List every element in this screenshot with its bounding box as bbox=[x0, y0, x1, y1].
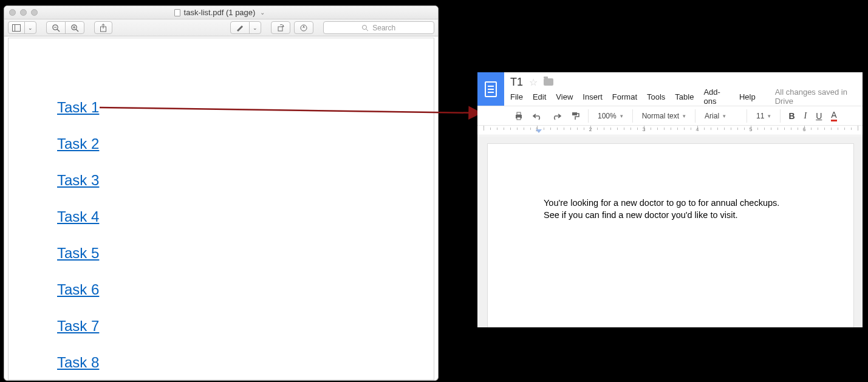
svg-rect-0 bbox=[13, 24, 21, 31]
ruler-number: 5 bbox=[749, 126, 752, 132]
pdf-page: Task 1 Task 2 Task 3 Task 4 Task 5 Task … bbox=[8, 38, 434, 380]
text-color-glyph: A bbox=[831, 111, 836, 121]
document-body-line-2: See if you can find a new doctor you'd l… bbox=[544, 210, 798, 222]
paragraph-style-value: Normal text bbox=[642, 112, 679, 120]
menu-view[interactable]: View bbox=[556, 92, 573, 101]
gdocs-window: T1 ☆ File Edit View Insert Format Tools … bbox=[477, 72, 863, 327]
task-link-3[interactable]: Task 3 bbox=[57, 172, 99, 189]
italic-button[interactable]: I bbox=[801, 109, 811, 123]
menu-help[interactable]: Help bbox=[739, 92, 756, 101]
svg-rect-17 bbox=[517, 112, 521, 115]
search-icon bbox=[361, 24, 369, 32]
preview-toolbar: ⌄ ⌄ Search bbox=[4, 19, 438, 36]
zoom-out-button[interactable] bbox=[46, 21, 66, 34]
zoom-window-button[interactable] bbox=[31, 9, 38, 16]
task-link-1[interactable]: Task 1 bbox=[57, 99, 99, 116]
undo-button[interactable] bbox=[529, 109, 546, 123]
sidebar-toggle-button[interactable] bbox=[8, 21, 25, 34]
preview-titlebar: task-list.pdf (1 page) ⌄ bbox=[4, 6, 438, 19]
zoom-select[interactable]: 100%▾ bbox=[593, 109, 628, 123]
task-link-2[interactable]: Task 2 bbox=[57, 135, 99, 152]
ruler-number: 6 bbox=[802, 126, 805, 132]
ruler-number: 3 bbox=[642, 126, 645, 132]
gdocs-ruler[interactable]: 123456 bbox=[477, 126, 863, 135]
docs-icon bbox=[485, 81, 497, 97]
markup-pen-menu-button[interactable]: ⌄ bbox=[249, 21, 261, 34]
menu-format[interactable]: Format bbox=[612, 92, 637, 101]
svg-rect-11 bbox=[278, 27, 282, 31]
zoom-in-button[interactable] bbox=[65, 21, 84, 34]
svg-rect-18 bbox=[517, 117, 521, 120]
svg-line-6 bbox=[76, 29, 78, 32]
zoom-value: 100% bbox=[598, 112, 617, 120]
task-link-list: Task 1 Task 2 Task 3 Task 4 Task 5 Task … bbox=[9, 38, 434, 371]
font-size-value: 11 bbox=[756, 112, 764, 120]
window-controls bbox=[4, 9, 38, 16]
task-link-6[interactable]: Task 6 bbox=[57, 281, 99, 298]
font-family-value: Arial bbox=[705, 112, 719, 120]
svg-point-13 bbox=[363, 25, 367, 29]
preview-window: task-list.pdf (1 page) ⌄ ⌄ ⌄ bbox=[4, 5, 439, 381]
gdocs-logo[interactable] bbox=[477, 72, 504, 106]
ruler-number: 2 bbox=[589, 126, 592, 132]
document-body-line-1: You're looking for a new doctor to go to… bbox=[544, 197, 798, 210]
title-dropdown-icon[interactable]: ⌄ bbox=[260, 9, 265, 16]
gdocs-toolbar: 100%▾ Normal text▾ Arial▾ 11▾ B I U A bbox=[477, 106, 863, 126]
font-family-select[interactable]: Arial▾ bbox=[700, 109, 742, 123]
paint-format-button[interactable] bbox=[567, 109, 584, 123]
rotate-button[interactable] bbox=[271, 21, 290, 34]
document-icon bbox=[174, 9, 180, 16]
task-link-8[interactable]: Task 8 bbox=[57, 354, 99, 371]
svg-line-14 bbox=[366, 29, 368, 31]
gdocs-menu-bar: File Edit View Insert Format Tools Table… bbox=[504, 89, 863, 104]
chevron-down-icon: ▾ bbox=[683, 113, 686, 119]
print-button[interactable] bbox=[510, 109, 527, 123]
chevron-down-icon: ▾ bbox=[768, 113, 771, 119]
menu-edit[interactable]: Edit bbox=[533, 92, 546, 101]
ruler-number: 4 bbox=[695, 126, 699, 132]
gdocs-header: T1 ☆ File Edit View Insert Format Tools … bbox=[477, 72, 863, 106]
preview-search-input[interactable]: Search bbox=[323, 21, 435, 34]
text-color-button[interactable]: A bbox=[827, 109, 840, 123]
task-link-7[interactable]: Task 7 bbox=[57, 318, 99, 335]
paragraph-style-select[interactable]: Normal text▾ bbox=[637, 109, 691, 123]
font-size-select[interactable]: 11▾ bbox=[751, 109, 776, 123]
chevron-down-icon: ▾ bbox=[620, 113, 623, 119]
svg-rect-19 bbox=[572, 112, 577, 115]
task-link-5[interactable]: Task 5 bbox=[57, 245, 99, 262]
sidebar-menu-button[interactable]: ⌄ bbox=[24, 21, 36, 34]
markup-toolbar-button[interactable] bbox=[294, 21, 313, 34]
minimize-window-button[interactable] bbox=[20, 9, 27, 16]
window-title-wrap: task-list.pdf (1 page) ⌄ bbox=[38, 8, 402, 17]
close-window-button[interactable] bbox=[9, 9, 16, 16]
gdocs-canvas: You're looking for a new doctor to go to… bbox=[477, 136, 863, 327]
markup-pen-button[interactable] bbox=[230, 21, 250, 34]
window-title: task-list.pdf (1 page) bbox=[184, 8, 256, 17]
task-link-4[interactable]: Task 4 bbox=[57, 208, 99, 225]
star-icon[interactable]: ☆ bbox=[529, 77, 538, 88]
share-button[interactable] bbox=[94, 21, 112, 34]
menu-insert[interactable]: Insert bbox=[583, 92, 603, 101]
menu-tools[interactable]: Tools bbox=[647, 92, 665, 101]
chevron-down-icon: ▾ bbox=[723, 113, 726, 119]
menu-file[interactable]: File bbox=[510, 92, 523, 101]
gdocs-page[interactable]: You're looking for a new doctor to go to… bbox=[487, 143, 854, 327]
search-placeholder: Search bbox=[372, 24, 395, 32]
redo-button[interactable] bbox=[548, 109, 565, 123]
ruler-indent-marker[interactable] bbox=[536, 129, 542, 133]
document-title[interactable]: T1 bbox=[510, 76, 523, 89]
menu-table[interactable]: Table bbox=[675, 92, 694, 101]
save-status: All changes saved in Drive bbox=[775, 87, 856, 106]
move-folder-icon[interactable] bbox=[544, 78, 553, 86]
menu-addons[interactable]: Add-ons bbox=[703, 87, 729, 106]
bold-button[interactable]: B bbox=[785, 109, 798, 123]
svg-line-3 bbox=[57, 29, 60, 32]
underline-button[interactable]: U bbox=[812, 109, 825, 123]
